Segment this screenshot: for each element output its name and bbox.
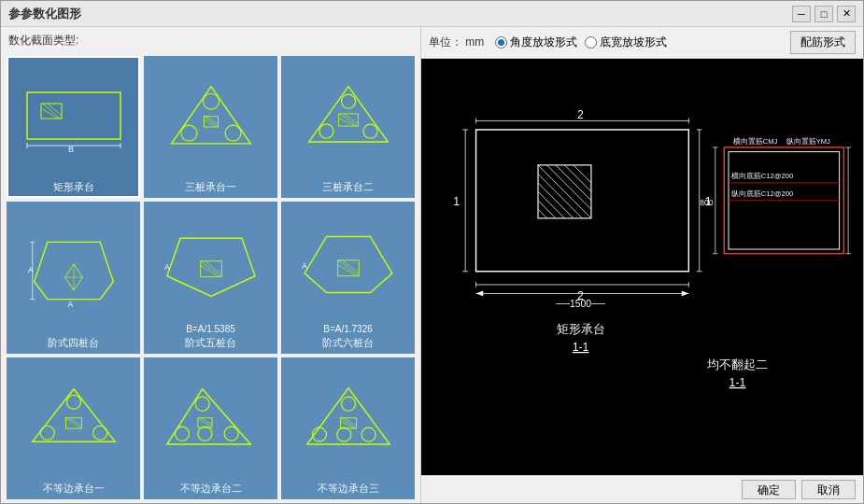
svg-line-73: [546, 165, 590, 209]
svg-marker-100: [682, 291, 689, 297]
shape-formula-jie5: B=A/1.5385: [186, 324, 235, 334]
shape-label-sanzhu2: 三桩承台二: [322, 180, 374, 194]
svg-line-43: [342, 260, 359, 273]
svg-text:800: 800: [700, 198, 713, 207]
shape-label-jie6: 阶式六桩台: [322, 336, 374, 350]
svg-line-15: [206, 117, 218, 124]
svg-line-38: [200, 265, 219, 276]
svg-point-55: [224, 427, 238, 441]
svg-text:纵向置筋YMJ: 纵向置筋YMJ: [786, 137, 830, 146]
shape-sanzhu2[interactable]: 三桩承台二: [281, 56, 415, 198]
svg-text:A: A: [67, 300, 73, 308]
svg-point-10: [181, 125, 197, 141]
svg-text:1: 1: [453, 195, 460, 208]
shape-budeng2[interactable]: 不等边承台二: [144, 357, 277, 499]
config-reinforcement-button[interactable]: 配筋形式: [790, 31, 856, 54]
svg-line-42: [337, 260, 359, 276]
svg-marker-9: [171, 87, 250, 144]
main-window: 参参数化图形 ─ □ ✕ 数化截面类型:: [0, 0, 864, 504]
confirm-button[interactable]: 确定: [742, 480, 796, 499]
bottom-bar: 确定 取消: [421, 475, 863, 503]
svg-line-76: [574, 165, 591, 183]
shape-formula-jie6: B=A/1.7326: [323, 324, 373, 334]
window-title: 参参数化图形: [8, 6, 81, 22]
shape-label-jie5: 阶式五桩台: [185, 336, 236, 350]
svg-line-80: [538, 201, 556, 218]
svg-point-12: [203, 94, 219, 110]
svg-point-48: [92, 426, 106, 440]
shape-budeng1[interactable]: 不等边承台一: [7, 357, 140, 499]
svg-line-36: [200, 261, 221, 277]
shape-budeng3[interactable]: 不等边承台三: [281, 357, 415, 499]
shape-label-sanzhu1: 三桩承台一: [185, 180, 236, 194]
svg-point-19: [363, 125, 377, 139]
svg-line-44: [337, 265, 356, 276]
svg-text:A: A: [164, 262, 170, 272]
svg-text:B: B: [67, 145, 73, 154]
maximize-button[interactable]: □: [814, 6, 833, 22]
svg-text:横向置筋CMJ: 横向置筋CMJ: [733, 137, 778, 146]
svg-text:1-1: 1-1: [573, 341, 589, 354]
svg-text:纵向底筋C12@200: 纵向底筋C12@200: [731, 189, 793, 198]
svg-line-74: [556, 165, 591, 201]
svg-point-56: [197, 427, 211, 441]
unit-label: 单位： mm: [429, 35, 484, 50]
svg-text:A: A: [302, 262, 307, 272]
slope-type-group: 角度放坡形式 底宽放坡形式: [495, 35, 667, 50]
svg-line-14: [204, 117, 218, 127]
minimize-button[interactable]: ─: [792, 6, 811, 22]
svg-line-78: [538, 183, 574, 218]
svg-text:横向底筋C12@200: 横向底筋C12@200: [731, 172, 793, 180]
svg-point-49: [66, 395, 80, 409]
content-area: 数化截面类型: B: [1, 27, 863, 503]
svg-point-20: [341, 95, 355, 109]
svg-point-54: [175, 427, 189, 441]
section-type-label: 数化截面类型:: [1, 27, 420, 52]
svg-text:均不翻起二: 均不翻起二: [706, 357, 768, 371]
radio-angle-slope[interactable]: 角度放坡形式: [495, 35, 577, 50]
svg-line-81: [538, 209, 546, 217]
shape-sanzhu1[interactable]: 三桩承台一: [144, 56, 277, 198]
svg-line-67: [340, 417, 356, 427]
svg-line-59: [197, 417, 211, 427]
shape-jie4[interactable]: A A 阶式四桩台: [7, 202, 140, 355]
svg-line-72: [538, 165, 591, 218]
window-controls: ─ □ ✕: [792, 6, 856, 22]
svg-text:──1500──: ──1500──: [555, 299, 605, 309]
svg-text:A: A: [28, 265, 34, 274]
svg-line-23: [343, 114, 358, 123]
svg-text:矩形承台: 矩形承台: [557, 322, 605, 336]
svg-point-63: [361, 427, 375, 441]
svg-line-77: [538, 174, 582, 217]
cad-view: 2 2 1 1: [421, 59, 863, 475]
title-bar: 参参数化图形 ─ □ ✕: [1, 1, 863, 27]
shape-grid: B 矩形承台: [1, 52, 420, 503]
radio-width-indicator: [585, 36, 597, 49]
shape-label-juxing: 矩形承台: [53, 180, 94, 194]
shape-label-jie4: 阶式四桩台: [48, 336, 99, 350]
shape-label-budeng3: 不等边承台三: [318, 482, 379, 496]
svg-text:2: 2: [577, 108, 584, 121]
svg-line-37: [205, 261, 221, 274]
shape-label-budeng2: 不等边承台二: [180, 482, 242, 496]
svg-point-65: [341, 397, 355, 411]
svg-marker-46: [32, 388, 114, 441]
svg-marker-34: [166, 238, 254, 296]
svg-point-18: [319, 125, 333, 139]
svg-marker-40: [305, 237, 392, 293]
svg-point-57: [195, 397, 209, 411]
radio-angle-indicator: [495, 36, 507, 49]
svg-line-22: [338, 114, 358, 126]
close-button[interactable]: ✕: [837, 6, 856, 22]
shape-jie6[interactable]: A B=A/1.7326 阶式六桩台: [281, 202, 415, 355]
shape-label-budeng1: 不等边承台一: [43, 482, 105, 496]
shape-juxing[interactable]: B 矩形承台: [7, 56, 140, 198]
svg-point-11: [225, 125, 241, 141]
svg-point-47: [40, 426, 54, 440]
shape-jie5[interactable]: A B=A/1.5385 阶式五桩台: [144, 202, 277, 355]
svg-line-51: [65, 417, 81, 427]
cancel-button[interactable]: 取消: [801, 480, 856, 499]
radio-width-slope[interactable]: 底宽放坡形式: [585, 35, 667, 50]
svg-point-64: [336, 427, 350, 441]
right-panel: 单位： mm 角度放坡形式 底宽放坡形式 配筋形式: [421, 27, 863, 503]
